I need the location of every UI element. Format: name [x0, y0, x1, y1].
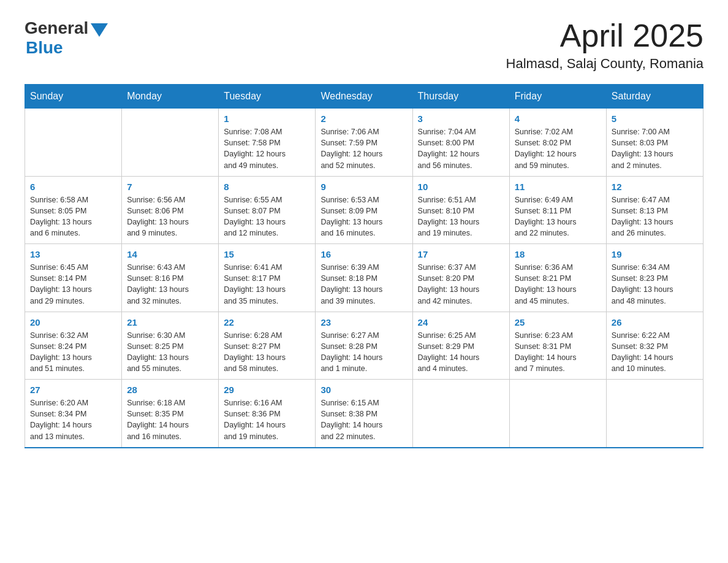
day-number: 14: [127, 249, 213, 259]
title-section: April 2025 Halmasd, Salaj County, Romani…: [506, 18, 703, 72]
calendar-cell: 18Sunrise: 6:36 AM Sunset: 8:21 PM Dayli…: [509, 244, 606, 312]
day-info: Sunrise: 6:39 AM Sunset: 8:18 PM Dayligh…: [320, 262, 407, 307]
day-number: 23: [320, 317, 407, 327]
day-info: Sunrise: 6:51 AM Sunset: 8:10 PM Dayligh…: [418, 194, 504, 239]
day-number: 22: [224, 317, 310, 327]
day-number: 4: [515, 113, 601, 124]
day-info: Sunrise: 6:55 AM Sunset: 8:07 PM Dayligh…: [224, 194, 310, 239]
day-info: Sunrise: 6:37 AM Sunset: 8:20 PM Dayligh…: [418, 262, 504, 307]
day-number: 12: [612, 182, 698, 192]
logo-blue-text: Blue: [26, 38, 63, 58]
day-info: Sunrise: 7:08 AM Sunset: 7:58 PM Dayligh…: [224, 126, 310, 171]
calendar-week-4: 20Sunrise: 6:32 AM Sunset: 8:24 PM Dayli…: [25, 312, 703, 380]
calendar-cell: 23Sunrise: 6:27 AM Sunset: 8:28 PM Dayli…: [316, 312, 412, 380]
logo: General Blue: [25, 18, 108, 58]
day-number: 9: [320, 182, 407, 192]
header-saturday: Saturday: [606, 85, 703, 109]
day-number: 24: [418, 317, 504, 327]
calendar-cell: [606, 380, 703, 448]
day-info: Sunrise: 6:23 AM Sunset: 8:31 PM Dayligh…: [515, 330, 601, 375]
day-info: Sunrise: 6:47 AM Sunset: 8:13 PM Dayligh…: [612, 194, 698, 239]
page-header: General Blue April 2025 Halmasd, Salaj C…: [25, 18, 703, 72]
calendar-cell: 14Sunrise: 6:43 AM Sunset: 8:16 PM Dayli…: [122, 244, 219, 312]
day-info: Sunrise: 6:30 AM Sunset: 8:25 PM Dayligh…: [127, 330, 213, 375]
day-number: 5: [612, 113, 698, 124]
day-number: 2: [320, 113, 407, 124]
day-info: Sunrise: 6:27 AM Sunset: 8:28 PM Dayligh…: [320, 330, 407, 375]
day-info: Sunrise: 6:58 AM Sunset: 8:05 PM Dayligh…: [30, 194, 116, 239]
calendar-cell: 21Sunrise: 6:30 AM Sunset: 8:25 PM Dayli…: [122, 312, 219, 380]
day-info: Sunrise: 6:28 AM Sunset: 8:27 PM Dayligh…: [224, 330, 310, 375]
day-number: 1: [224, 113, 310, 124]
day-number: 10: [418, 182, 504, 192]
calendar-cell: [412, 380, 509, 448]
header-sunday: Sunday: [25, 85, 122, 109]
day-info: Sunrise: 6:36 AM Sunset: 8:21 PM Dayligh…: [515, 262, 601, 307]
day-number: 30: [320, 385, 407, 395]
calendar-cell: 17Sunrise: 6:37 AM Sunset: 8:20 PM Dayli…: [412, 244, 509, 312]
day-info: Sunrise: 6:41 AM Sunset: 8:17 PM Dayligh…: [224, 262, 310, 307]
header-thursday: Thursday: [412, 85, 509, 109]
day-info: Sunrise: 6:32 AM Sunset: 8:24 PM Dayligh…: [30, 330, 116, 375]
day-info: Sunrise: 6:34 AM Sunset: 8:23 PM Dayligh…: [612, 262, 698, 307]
day-info: Sunrise: 6:25 AM Sunset: 8:29 PM Dayligh…: [418, 330, 504, 375]
calendar-title: April 2025: [506, 18, 703, 53]
header-friday: Friday: [509, 85, 606, 109]
day-info: Sunrise: 6:20 AM Sunset: 8:34 PM Dayligh…: [30, 397, 116, 442]
day-number: 16: [320, 249, 407, 259]
day-number: 8: [224, 182, 310, 192]
calendar-cell: 28Sunrise: 6:18 AM Sunset: 8:35 PM Dayli…: [122, 380, 219, 448]
calendar-cell: 10Sunrise: 6:51 AM Sunset: 8:10 PM Dayli…: [412, 176, 509, 244]
day-info: Sunrise: 6:56 AM Sunset: 8:06 PM Dayligh…: [127, 194, 213, 239]
day-info: Sunrise: 6:45 AM Sunset: 8:14 PM Dayligh…: [30, 262, 116, 307]
calendar-body: 1Sunrise: 7:08 AM Sunset: 7:58 PM Daylig…: [25, 109, 703, 448]
calendar-header: SundayMondayTuesdayWednesdayThursdayFrid…: [25, 85, 703, 109]
logo-general-text: General: [25, 18, 88, 38]
calendar-week-5: 27Sunrise: 6:20 AM Sunset: 8:34 PM Dayli…: [25, 380, 703, 448]
day-info: Sunrise: 7:00 AM Sunset: 8:03 PM Dayligh…: [612, 126, 698, 171]
day-number: 18: [515, 249, 601, 259]
calendar-cell: 3Sunrise: 7:04 AM Sunset: 8:00 PM Daylig…: [412, 109, 509, 177]
calendar-cell: 25Sunrise: 6:23 AM Sunset: 8:31 PM Dayli…: [509, 312, 606, 380]
calendar-cell: 13Sunrise: 6:45 AM Sunset: 8:14 PM Dayli…: [25, 244, 122, 312]
calendar-week-2: 6Sunrise: 6:58 AM Sunset: 8:05 PM Daylig…: [25, 176, 703, 244]
day-number: 15: [224, 249, 310, 259]
calendar-table: SundayMondayTuesdayWednesdayThursdayFrid…: [25, 84, 703, 448]
calendar-cell: [25, 109, 122, 177]
calendar-cell: [122, 109, 219, 177]
day-number: 11: [515, 182, 601, 192]
calendar-cell: 20Sunrise: 6:32 AM Sunset: 8:24 PM Dayli…: [25, 312, 122, 380]
day-number: 6: [30, 182, 116, 192]
day-number: 26: [612, 317, 698, 327]
day-number: 3: [418, 113, 504, 124]
calendar-cell: 5Sunrise: 7:00 AM Sunset: 8:03 PM Daylig…: [606, 109, 703, 177]
logo-triangle-icon: [91, 23, 108, 37]
calendar-cell: 11Sunrise: 6:49 AM Sunset: 8:11 PM Dayli…: [509, 176, 606, 244]
header-row: SundayMondayTuesdayWednesdayThursdayFrid…: [25, 85, 703, 109]
header-monday: Monday: [122, 85, 219, 109]
calendar-cell: 29Sunrise: 6:16 AM Sunset: 8:36 PM Dayli…: [219, 380, 316, 448]
day-number: 25: [515, 317, 601, 327]
day-number: 20: [30, 317, 116, 327]
calendar-cell: 6Sunrise: 6:58 AM Sunset: 8:05 PM Daylig…: [25, 176, 122, 244]
calendar-cell: 22Sunrise: 6:28 AM Sunset: 8:27 PM Dayli…: [219, 312, 316, 380]
calendar-cell: 19Sunrise: 6:34 AM Sunset: 8:23 PM Dayli…: [606, 244, 703, 312]
calendar-cell: 1Sunrise: 7:08 AM Sunset: 7:58 PM Daylig…: [219, 109, 316, 177]
calendar-week-3: 13Sunrise: 6:45 AM Sunset: 8:14 PM Dayli…: [25, 244, 703, 312]
calendar-cell: 2Sunrise: 7:06 AM Sunset: 7:59 PM Daylig…: [316, 109, 412, 177]
day-info: Sunrise: 6:53 AM Sunset: 8:09 PM Dayligh…: [320, 194, 407, 239]
day-number: 28: [127, 385, 213, 395]
calendar-cell: 4Sunrise: 7:02 AM Sunset: 8:02 PM Daylig…: [509, 109, 606, 177]
calendar-cell: 12Sunrise: 6:47 AM Sunset: 8:13 PM Dayli…: [606, 176, 703, 244]
day-info: Sunrise: 6:15 AM Sunset: 8:38 PM Dayligh…: [320, 397, 407, 442]
calendar-cell: 9Sunrise: 6:53 AM Sunset: 8:09 PM Daylig…: [316, 176, 412, 244]
calendar-week-1: 1Sunrise: 7:08 AM Sunset: 7:58 PM Daylig…: [25, 109, 703, 177]
calendar-subtitle: Halmasd, Salaj County, Romania: [506, 56, 703, 72]
calendar-cell: 27Sunrise: 6:20 AM Sunset: 8:34 PM Dayli…: [25, 380, 122, 448]
calendar-cell: [509, 380, 606, 448]
day-info: Sunrise: 6:16 AM Sunset: 8:36 PM Dayligh…: [224, 397, 310, 442]
calendar-cell: 8Sunrise: 6:55 AM Sunset: 8:07 PM Daylig…: [219, 176, 316, 244]
day-number: 21: [127, 317, 213, 327]
calendar-cell: 30Sunrise: 6:15 AM Sunset: 8:38 PM Dayli…: [316, 380, 412, 448]
header-tuesday: Tuesday: [219, 85, 316, 109]
